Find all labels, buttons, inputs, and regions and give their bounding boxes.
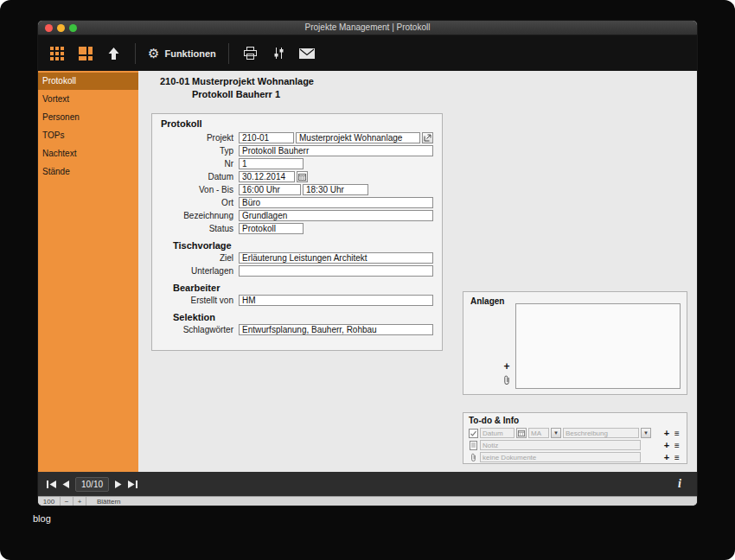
erstellt-von-input[interactable] (239, 295, 433, 306)
funktionen-label: Funktionen (164, 48, 215, 59)
vonbis-row: Von - Bis (161, 184, 433, 195)
von-input[interactable] (239, 184, 301, 195)
go-last-button[interactable] (128, 480, 137, 488)
anlagen-drop-area[interactable] (515, 303, 681, 389)
todo-datum-input[interactable] (480, 428, 514, 438)
nr-label: Nr (161, 159, 237, 169)
todo-ma-dropdown-button[interactable]: ▼ (551, 428, 561, 438)
titlebar[interactable]: Projekte Management | Protokoll (38, 21, 697, 35)
todo-notiz-input[interactable] (480, 440, 641, 450)
anlagen-panel: Anlagen + (463, 291, 687, 395)
typ-row: Typ (161, 145, 433, 156)
todo-add-note-button[interactable]: + (662, 440, 671, 450)
datum-calendar-button[interactable] (297, 171, 308, 182)
note-icon (469, 441, 478, 450)
sidebar-item-personen[interactable]: Personen (38, 109, 138, 126)
unterlagen-row: Unterlagen (161, 265, 433, 277)
go-next-button[interactable] (115, 480, 122, 488)
previous-icon (62, 480, 69, 488)
next-icon (115, 480, 122, 488)
zoom-out-button[interactable]: − (61, 497, 74, 506)
print-button[interactable] (236, 40, 265, 67)
go-first-button[interactable] (47, 480, 56, 488)
todo-note-menu-button[interactable]: ≡ (673, 441, 681, 450)
bezeichnung-label: Bezeichnung (161, 211, 237, 220)
task-icon (469, 429, 478, 438)
upload-button[interactable] (99, 40, 128, 67)
projekt-code-input[interactable] (239, 132, 294, 143)
close-window-button[interactable] (45, 24, 53, 32)
nr-row: Nr (161, 158, 433, 169)
overview-button[interactable] (42, 40, 71, 67)
typ-input[interactable] (239, 145, 433, 156)
status-input[interactable] (239, 223, 304, 234)
todo-dokumente-field[interactable] (480, 452, 641, 462)
sliders-icon (272, 47, 285, 60)
todo-datum-calendar-button[interactable] (516, 428, 527, 438)
info-button[interactable]: i (678, 477, 688, 491)
erstellt-row: Erstellt von (161, 295, 433, 306)
sidebar-item-nachtext[interactable]: Nachtext (38, 145, 138, 162)
panel-title: Protokoll (161, 118, 433, 129)
toolbar: ⚙ Funktionen (38, 35, 697, 71)
paperclip-icon (469, 453, 478, 462)
section-selektion: Selektion (173, 312, 433, 322)
todo-beschreibung-dropdown-button[interactable]: ▼ (641, 428, 651, 438)
ziel-input[interactable] (239, 252, 433, 264)
erstellt-von-label: Erstellt von (161, 296, 237, 305)
schlagwoerter-input[interactable] (239, 324, 433, 335)
status-label: Status (161, 224, 237, 233)
todo-task-row: ▼ ▼ + ≡ (469, 428, 681, 438)
minimize-window-button[interactable] (57, 24, 65, 32)
layout-button[interactable] (71, 40, 99, 67)
sidebar: Protokoll Vortext Personen TOPs Nachtext… (38, 71, 138, 472)
app-window: Projekte Management | Protokoll ⚙ Funkti… (38, 21, 697, 506)
grid-icon (50, 47, 64, 60)
todo-document-menu-button[interactable]: ≡ (673, 453, 681, 462)
todo-info-title: To-do & Info (469, 416, 681, 425)
unterlagen-label: Unterlagen (161, 266, 237, 276)
skip-last-icon (128, 480, 137, 488)
ort-input[interactable] (239, 197, 433, 208)
todo-beschreibung-input[interactable] (563, 428, 639, 438)
todo-add-document-button[interactable]: + (662, 452, 671, 462)
bezeichnung-input[interactable] (239, 210, 433, 221)
anlagen-title: Anlagen (470, 296, 504, 306)
projekt-name-input[interactable] (296, 132, 420, 143)
open-project-button[interactable] (422, 132, 433, 143)
record-header: 210-01 Musterprojekt Wohnanlage Protokol… (160, 75, 314, 101)
zoom-in-button[interactable]: + (74, 497, 86, 506)
project-name: Musterprojekt Wohnanlage (192, 75, 314, 88)
mail-button[interactable] (293, 40, 322, 67)
main-content: 210-01 Musterprojekt Wohnanlage Protokol… (138, 71, 697, 472)
anlagen-add-button[interactable]: + (502, 360, 512, 372)
datum-label: Datum (161, 172, 237, 181)
sidebar-item-vortext[interactable]: Vortext (38, 91, 138, 108)
section-tischvorlage: Tischvorlage (173, 240, 433, 251)
sliders-button[interactable] (265, 40, 293, 67)
fullscreen-window-button[interactable] (69, 24, 77, 32)
anlagen-attach-button[interactable] (503, 373, 510, 389)
calendar-icon (518, 430, 525, 436)
todo-task-menu-button[interactable]: ≡ (673, 429, 681, 438)
nr-input[interactable] (239, 158, 304, 169)
status-row: Status (161, 223, 433, 234)
chevron-down-icon: ▼ (643, 430, 649, 436)
printer-icon (243, 47, 258, 60)
mode-selector[interactable]: Blättern (86, 497, 121, 506)
unterlagen-input[interactable] (239, 265, 433, 277)
paperclip-icon (503, 375, 510, 385)
go-previous-button[interactable] (62, 480, 69, 488)
todo-ma-input[interactable] (528, 428, 549, 438)
desktop-background: Projekte Management | Protokoll ⚙ Funkti… (0, 0, 735, 560)
skip-first-icon (47, 480, 56, 488)
bis-input[interactable] (303, 184, 368, 195)
datum-input[interactable] (239, 171, 295, 182)
funktionen-button[interactable]: ⚙ Funktionen (143, 40, 221, 67)
sidebar-item-staende[interactable]: Stände (38, 163, 138, 181)
vonbis-label: Von - Bis (161, 185, 237, 194)
todo-add-task-button[interactable]: + (662, 428, 671, 438)
sidebar-item-protokoll[interactable]: Protokoll (38, 73, 138, 90)
calendar-icon (298, 173, 306, 181)
sidebar-item-tops[interactable]: TOPs (38, 127, 138, 144)
